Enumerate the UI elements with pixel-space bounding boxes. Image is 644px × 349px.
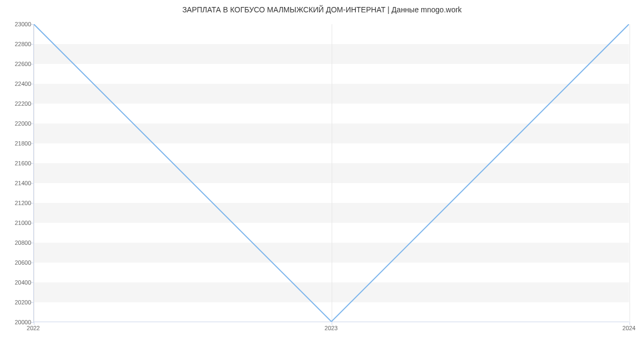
y-axis-label: 20800 — [4, 239, 31, 246]
y-axis-label: 22800 — [4, 41, 31, 47]
chart-container: ЗАРПЛАТА В КОГБУСО МАЛМЫЖСКИЙ ДОМ-ИНТЕРН… — [0, 0, 644, 349]
y-axis-label: 21000 — [4, 220, 31, 226]
y-axis-label: 22600 — [4, 61, 31, 67]
y-axis-label: 21200 — [4, 200, 31, 206]
y-axis-label: 20400 — [4, 279, 31, 286]
y-axis-label: 20200 — [4, 299, 31, 306]
chart-title: ЗАРПЛАТА В КОГБУСО МАЛМЫЖСКИЙ ДОМ-ИНТЕРН… — [0, 5, 644, 14]
y-axis-label: 22400 — [4, 81, 31, 87]
plot-area — [33, 24, 629, 322]
x-axis-label: 2023 — [325, 325, 338, 331]
x-axis-label: 2024 — [623, 325, 635, 331]
y-axis-label: 21600 — [4, 160, 31, 166]
x-axis-label: 2022 — [27, 325, 40, 331]
y-axis-label: 20600 — [4, 259, 31, 266]
line-series — [34, 24, 629, 322]
y-axis-label: 21400 — [4, 180, 31, 186]
y-axis-label: 22000 — [4, 120, 31, 127]
y-axis-label: 23000 — [4, 21, 31, 27]
y-axis-label: 22200 — [4, 100, 31, 107]
y-axis-label: 21800 — [4, 140, 31, 147]
gridline-vertical — [630, 24, 630, 322]
